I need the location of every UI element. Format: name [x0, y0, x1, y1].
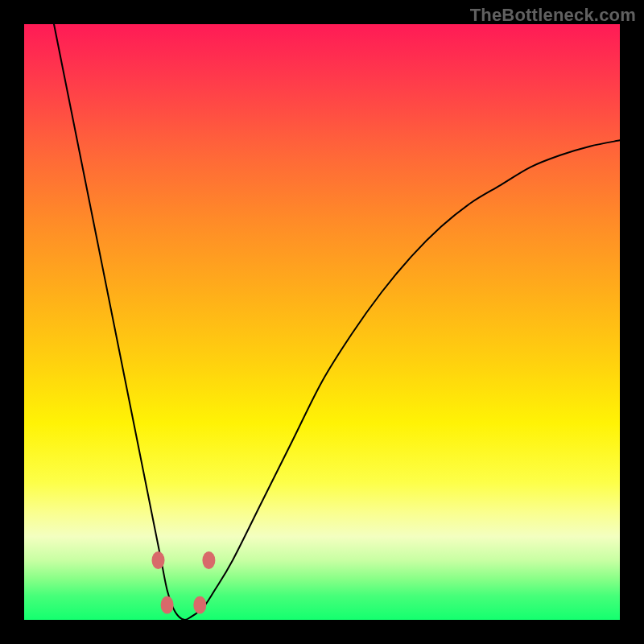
curve-marker: [161, 597, 174, 614]
watermark-text: TheBottleneck.com: [470, 5, 636, 26]
plot-area: [24, 24, 620, 620]
curve-markers: [152, 551, 216, 614]
curve-svg: [24, 24, 620, 620]
curve-marker: [202, 551, 215, 569]
curve-marker: [193, 597, 206, 614]
chart-frame: TheBottleneck.com: [0, 0, 644, 644]
curve-marker: [152, 551, 165, 569]
bottleneck-curve: [54, 24, 620, 620]
